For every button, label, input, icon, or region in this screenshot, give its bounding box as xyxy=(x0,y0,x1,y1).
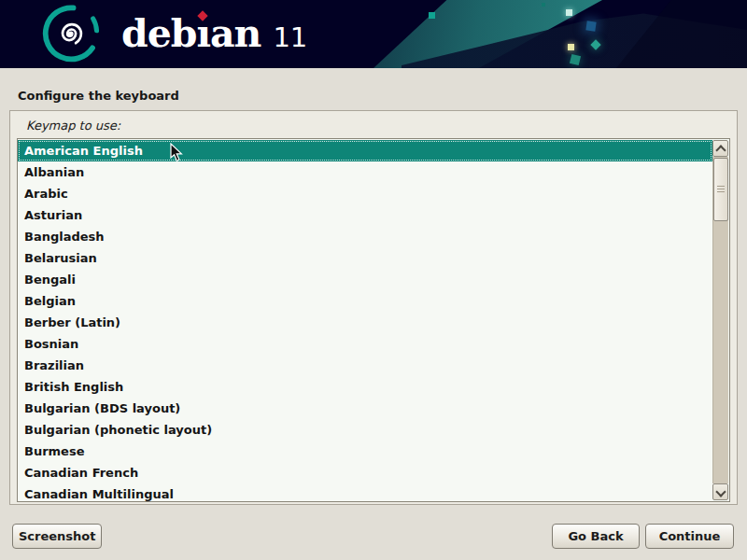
list-item[interactable]: Brazilian xyxy=(18,355,712,376)
mouse-cursor-icon xyxy=(170,143,184,162)
list-item[interactable]: Bulgarian (BDS layout) xyxy=(18,398,712,419)
go-back-button[interactable]: Go Back xyxy=(552,524,640,549)
scrollbar-up-button[interactable] xyxy=(712,140,728,157)
brand-version: 11 xyxy=(273,21,307,53)
list-item[interactable]: Bengali xyxy=(18,269,712,290)
list-item[interactable]: Belgian xyxy=(18,290,712,312)
brand-diamond-dot-icon xyxy=(197,10,207,21)
list-item[interactable]: Albanian xyxy=(18,161,712,183)
keymap-panel: Keymap to use: American EnglishAlbanianA… xyxy=(9,110,738,505)
list-item[interactable]: Arabic xyxy=(18,183,712,204)
banner-square-decoration xyxy=(585,21,596,31)
scrollbar[interactable] xyxy=(712,140,728,500)
list-item[interactable]: American English xyxy=(18,140,712,161)
continue-button[interactable]: Continue xyxy=(645,524,734,549)
screenshot-button[interactable]: Screenshot xyxy=(12,524,102,549)
list-item[interactable]: British English xyxy=(18,376,712,398)
list-item[interactable]: Berber (Latin) xyxy=(18,312,712,333)
scrollbar-down-button[interactable] xyxy=(712,483,728,500)
banner: debıan 11 xyxy=(0,0,747,68)
installer-window: debıan 11 Configure the keyboard Keymap … xyxy=(0,0,747,560)
debian-swirl-logo-icon xyxy=(41,4,101,63)
brand-name: debıan xyxy=(121,10,261,57)
banner-square-decoration xyxy=(542,3,545,7)
brand: debıan 11 xyxy=(121,10,307,57)
scrollbar-grip-icon xyxy=(717,186,725,193)
list-item[interactable]: Bulgarian (phonetic layout) xyxy=(18,419,712,441)
keymap-label: Keymap to use: xyxy=(26,119,120,133)
banner-square-decoration xyxy=(429,12,435,19)
scrollbar-track[interactable] xyxy=(712,157,728,483)
page-title: Configure the keyboard xyxy=(18,89,179,103)
banner-square-decoration xyxy=(566,9,572,16)
list-item[interactable]: Bosnian xyxy=(18,333,712,355)
list-item[interactable]: Canadian Multilingual xyxy=(18,483,712,501)
list-item[interactable]: Bangladesh xyxy=(18,226,712,247)
banner-square-decoration xyxy=(568,44,574,50)
chevron-up-icon xyxy=(715,145,726,155)
keymap-list: American EnglishAlbanianArabicAsturianBa… xyxy=(18,140,712,501)
list-item[interactable]: Canadian French xyxy=(18,462,712,483)
keymap-listbox: American EnglishAlbanianArabicAsturianBa… xyxy=(17,138,730,502)
list-item[interactable]: Burmese xyxy=(18,441,712,462)
list-item[interactable]: Belarusian xyxy=(18,247,712,269)
chevron-down-icon xyxy=(715,486,726,497)
scrollbar-thumb[interactable] xyxy=(713,158,728,221)
list-item[interactable]: Asturian xyxy=(18,204,712,226)
